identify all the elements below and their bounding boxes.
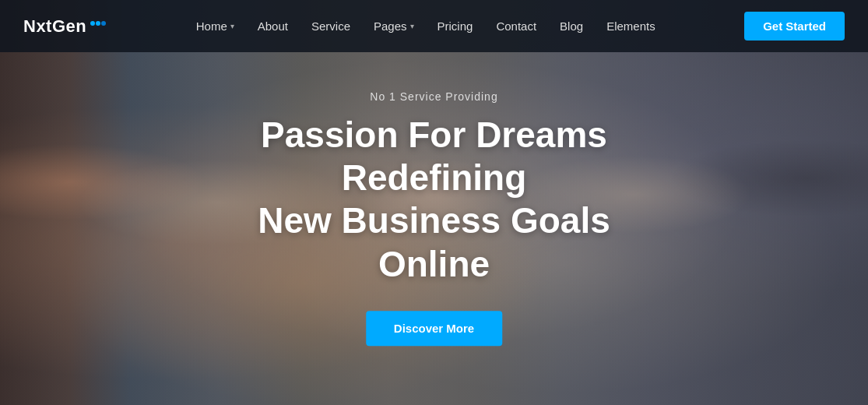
navbar: NxtGen Home ▾ About xyxy=(0,0,868,52)
nav-item-pricing[interactable]: Pricing xyxy=(428,15,483,37)
nav-links: Home ▾ About Service Pages ▾ xyxy=(187,15,665,37)
chevron-down-icon: ▾ xyxy=(410,22,414,30)
svg-point-2 xyxy=(101,21,106,26)
nav-item-contact[interactable]: Contact xyxy=(487,15,546,37)
logo-text: NxtGen xyxy=(23,16,86,37)
logo-dots xyxy=(90,20,107,26)
chevron-down-icon: ▾ xyxy=(230,22,234,30)
svg-point-0 xyxy=(90,21,95,26)
nav-item-blog[interactable]: Blog xyxy=(550,15,592,37)
hero-section: NxtGen Home ▾ About xyxy=(0,0,868,405)
nav-link-contact[interactable]: Contact xyxy=(487,15,546,37)
svg-point-1 xyxy=(96,21,100,26)
hero-title: Passion For Dreams RedefiningNew Busines… xyxy=(217,114,652,286)
hero-subtitle: No 1 Service Providing xyxy=(217,90,652,103)
get-started-button[interactable]: Get Started xyxy=(744,12,845,40)
nav-link-pages[interactable]: Pages ▾ xyxy=(364,15,423,37)
nav-link-blog[interactable]: Blog xyxy=(550,15,592,37)
hero-content: No 1 Service Providing Passion For Dream… xyxy=(217,90,652,346)
nav-item-about[interactable]: About xyxy=(248,15,297,37)
nav-item-pages[interactable]: Pages ▾ xyxy=(364,15,423,37)
nav-link-home[interactable]: Home ▾ xyxy=(187,15,244,37)
nav-link-elements[interactable]: Elements xyxy=(597,15,665,37)
nav-item-service[interactable]: Service xyxy=(302,15,360,37)
logo[interactable]: NxtGen xyxy=(23,16,107,37)
nav-item-elements[interactable]: Elements xyxy=(597,15,665,37)
nav-link-service[interactable]: Service xyxy=(302,15,360,37)
discover-more-button[interactable]: Discover More xyxy=(366,311,502,346)
nav-link-pricing[interactable]: Pricing xyxy=(428,15,483,37)
nav-link-about[interactable]: About xyxy=(248,15,297,37)
nav-item-home[interactable]: Home ▾ xyxy=(187,15,244,37)
